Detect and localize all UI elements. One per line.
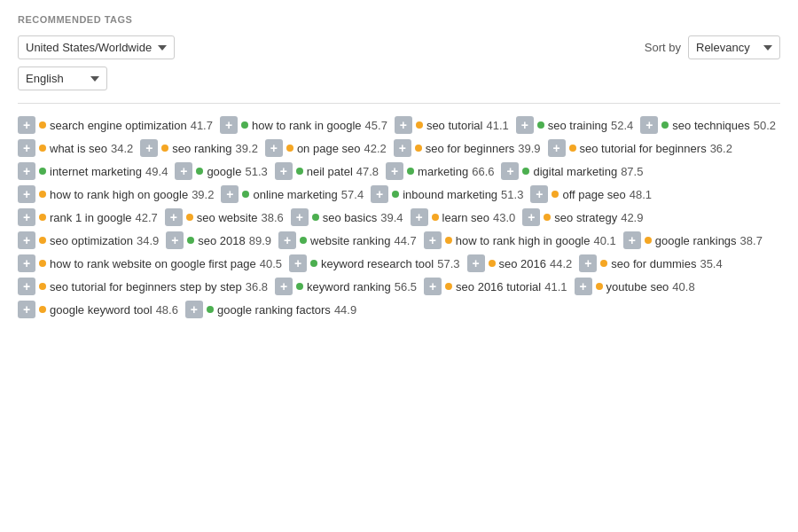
tag-score: 38.6	[261, 211, 283, 224]
tag-item: +seo for beginners 39.9	[394, 139, 541, 157]
tag-text: google	[207, 165, 241, 178]
tag-add-button[interactable]: +	[275, 162, 293, 180]
tag-score: 40.8	[672, 280, 694, 293]
tag-add-button[interactable]: +	[18, 254, 35, 272]
tag-item: +seo tutorial 41.1	[395, 116, 509, 134]
tag-add-button[interactable]: +	[18, 278, 35, 295]
tag-score: 49.4	[145, 165, 168, 178]
tag-add-button[interactable]: +	[220, 116, 238, 134]
tag-add-button[interactable]: +	[548, 139, 566, 157]
relevance-dot	[286, 145, 293, 152]
tag-item: +seo 2016 tutorial 41.1	[424, 278, 567, 295]
tag-add-button[interactable]: +	[579, 254, 597, 272]
tag-add-button[interactable]: +	[530, 185, 548, 203]
tag-score: 51.3	[245, 165, 267, 178]
tag-add-button[interactable]: +	[575, 278, 592, 295]
tag-add-button[interactable]: +	[265, 139, 283, 157]
tag-item: +off page seo 48.1	[530, 185, 652, 203]
tag-add-button[interactable]: +	[411, 208, 428, 226]
tag-item: +neil patel 47.8	[275, 162, 379, 180]
tag-text: seo 2016	[499, 257, 547, 270]
tag-add-button[interactable]: +	[166, 231, 184, 249]
tag-item: +how to rank in google 45.7	[220, 116, 387, 134]
relevance-dot	[522, 168, 529, 175]
tag-add-button[interactable]: +	[501, 162, 519, 180]
tag-text: internet marketing	[50, 165, 142, 178]
sort-select[interactable]: RelevancyVolumeCompetition	[688, 35, 780, 59]
tag-text: learn seo	[442, 211, 489, 224]
sort-label: Sort by	[645, 41, 681, 54]
divider	[18, 103, 780, 104]
tag-score: 39.4	[380, 211, 403, 224]
tag-add-button[interactable]: +	[18, 231, 35, 249]
relevance-dot	[39, 260, 46, 267]
tag-add-button[interactable]: +	[467, 254, 485, 272]
tag-score: 41.7	[191, 119, 213, 132]
tag-item: +what is seo 34.2	[18, 139, 133, 157]
relevance-dot	[39, 237, 46, 244]
tag-add-button[interactable]: +	[289, 254, 307, 272]
tag-item: +seo training 52.4	[516, 116, 634, 134]
tag-add-button[interactable]: +	[394, 139, 411, 157]
tag-score: 87.5	[621, 165, 643, 178]
relevance-dot	[445, 237, 452, 244]
tag-item: +seo 2016 44.2	[467, 254, 573, 272]
tag-text: seo basics	[323, 211, 377, 224]
tag-add-button[interactable]: +	[18, 301, 35, 318]
tag-score: 36.2	[710, 142, 732, 155]
tag-text: rank 1 in google	[50, 211, 132, 224]
relevance-dot	[407, 168, 414, 175]
tag-add-button[interactable]: +	[185, 301, 203, 318]
tag-add-button[interactable]: +	[386, 162, 403, 180]
region-select[interactable]: United States/WorldwideUnited StatesUnit…	[18, 35, 175, 59]
tag-add-button[interactable]: +	[623, 231, 641, 249]
tag-item: +seo tutorial for beginners 36.2	[548, 139, 732, 157]
tag-add-button[interactable]: +	[424, 278, 442, 295]
tag-add-button[interactable]: +	[221, 185, 239, 203]
tag-add-button[interactable]: +	[291, 208, 309, 226]
tag-text: neil patel	[307, 165, 353, 178]
tag-add-button[interactable]: +	[18, 162, 35, 180]
tag-score: 57.4	[341, 188, 364, 201]
tag-add-button[interactable]: +	[18, 116, 35, 134]
tag-add-button[interactable]: +	[18, 185, 35, 203]
relevance-dot	[39, 306, 46, 313]
tag-add-button[interactable]: +	[395, 116, 412, 134]
tag-add-button[interactable]: +	[522, 208, 540, 226]
controls-top: United States/WorldwideUnited StatesUnit…	[18, 35, 780, 59]
tag-score: 40.1	[594, 234, 616, 247]
tag-add-button[interactable]: +	[18, 139, 35, 157]
relevance-dot	[296, 283, 303, 290]
tag-add-button[interactable]: +	[278, 231, 296, 249]
tag-item: +search engine optimization 41.7	[18, 116, 213, 134]
relevance-dot	[432, 214, 439, 221]
tag-score: 44.2	[550, 257, 572, 270]
tag-add-button[interactable]: +	[165, 208, 183, 226]
tag-score: 44.7	[394, 234, 416, 247]
tag-score: 42.2	[364, 142, 386, 155]
tag-add-button[interactable]: +	[424, 231, 442, 249]
relevance-dot	[300, 237, 307, 244]
tag-add-button[interactable]: +	[175, 162, 192, 180]
tag-item: +google rankings 38.7	[623, 231, 763, 249]
tag-add-button[interactable]: +	[275, 278, 293, 295]
tag-add-button[interactable]: +	[18, 208, 35, 226]
tag-add-button[interactable]: +	[516, 116, 534, 134]
tag-score: 44.9	[334, 303, 356, 317]
tag-add-button[interactable]: +	[371, 185, 388, 203]
relevance-dot	[242, 191, 249, 198]
tag-text: seo website	[197, 211, 258, 224]
relevance-dot	[596, 283, 603, 290]
relevance-dot	[600, 260, 607, 267]
tag-add-button[interactable]: +	[640, 116, 658, 134]
tag-text: seo 2018	[198, 234, 246, 247]
tag-score: 57.3	[437, 257, 459, 270]
tag-score: 36.8	[246, 280, 268, 293]
tag-item: +on page seo 42.2	[265, 139, 387, 157]
language-select[interactable]: EnglishSpanishFrenchGermanPortuguese	[18, 66, 107, 90]
tag-score: 34.9	[137, 234, 159, 247]
tag-add-button[interactable]: +	[140, 139, 158, 157]
tag-item: +seo ranking 39.2	[140, 139, 258, 157]
tag-text: seo tutorial for beginners	[580, 142, 707, 155]
sort-row: Sort by RelevancyVolumeCompetition	[645, 35, 780, 59]
